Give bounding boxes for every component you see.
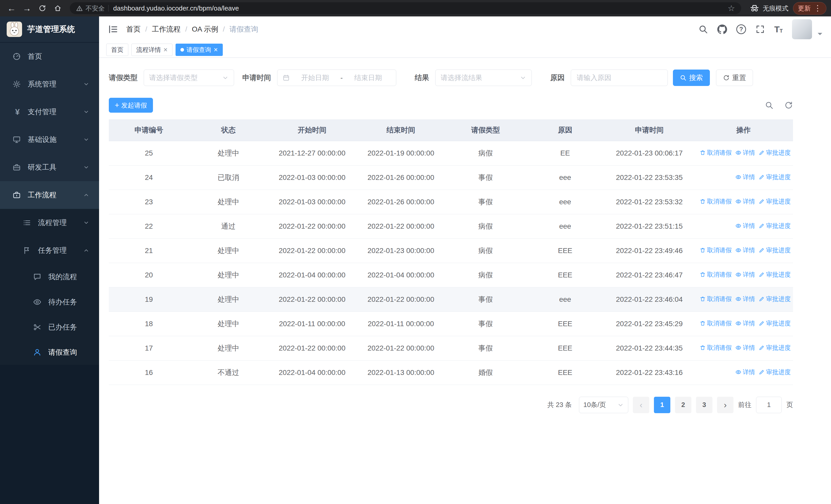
cell-apply-time: 2022-01-22 23:46:47 xyxy=(605,263,694,287)
detail-link[interactable]: 详情 xyxy=(735,173,755,181)
sidebar-item-workflow[interactable]: 工作流程 xyxy=(0,181,99,209)
detail-link[interactable]: 详情 xyxy=(735,149,755,157)
sidebar-item-leave-query[interactable]: 请假查询 xyxy=(0,340,99,365)
avatar-dropdown-caret-icon[interactable] xyxy=(818,33,822,37)
cancel-leave-link[interactable]: 取消请假 xyxy=(699,344,732,352)
avatar[interactable] xyxy=(792,19,812,39)
apply-time-range-picker[interactable]: 开始日期 - 结束日期 xyxy=(277,69,396,86)
op-label: 审批进度 xyxy=(766,344,791,352)
detail-link[interactable]: 详情 xyxy=(735,368,755,376)
cell-operations: 取消请假详情审批进度 xyxy=(694,287,793,312)
page-2-button[interactable]: 2 xyxy=(675,397,691,413)
table-row[interactable]: 21 处理中 2022-01-22 00:00:00 2022-01-23 00… xyxy=(109,238,793,263)
tab-home[interactable]: 首页 xyxy=(106,43,128,56)
page-3-button[interactable]: 3 xyxy=(696,397,712,413)
reset-button[interactable]: 重置 xyxy=(716,69,753,86)
approval-progress-link[interactable]: 审批进度 xyxy=(758,222,791,230)
breadcrumb-oa-example[interactable]: OA 示例 xyxy=(192,24,219,34)
cell-status: 处理中 xyxy=(189,287,268,312)
chevron-down-icon xyxy=(83,109,89,115)
cell-leave-type: 病假 xyxy=(446,238,525,263)
result-select[interactable]: 请选择流结果 xyxy=(435,69,532,86)
tab-process-detail[interactable]: 流程详情 × xyxy=(132,43,172,56)
sidebar-item-home[interactable]: 首页 xyxy=(0,42,99,70)
approval-progress-link[interactable]: 审批进度 xyxy=(758,368,791,376)
approval-progress-link[interactable]: 审批进度 xyxy=(758,246,791,254)
approval-progress-link[interactable]: 审批进度 xyxy=(758,344,791,352)
cancel-leave-link[interactable]: 取消请假 xyxy=(699,197,732,206)
op-label: 详情 xyxy=(743,149,755,157)
leave-type-select[interactable]: 请选择请假类型 xyxy=(144,69,234,86)
search-button[interactable]: 搜索 xyxy=(673,69,710,86)
table-row[interactable]: 16 不通过 2022-01-04 00:00:00 2022-01-13 00… xyxy=(109,360,793,385)
browser-menu-icon[interactable]: ⋮ xyxy=(814,4,822,12)
detail-link[interactable]: 详情 xyxy=(735,319,755,327)
page-size-select[interactable]: 10条/页 xyxy=(579,397,628,413)
cell-end-time: 2022-01-11 00:00:00 xyxy=(356,312,446,336)
browser-update-button[interactable]: 更新 ⋮ xyxy=(793,2,826,14)
sidebar-item-done-tasks[interactable]: 已办任务 xyxy=(0,315,99,340)
breadcrumb-home[interactable]: 首页 xyxy=(126,24,141,34)
breadcrumb-workflow[interactable]: 工作流程 xyxy=(152,24,181,34)
table-row[interactable]: 22 通过 2022-01-22 00:00:00 2022-01-22 00:… xyxy=(109,214,793,238)
help-icon[interactable]: ? xyxy=(736,24,746,34)
sidebar-item-my-process[interactable]: 我的流程 xyxy=(0,264,99,290)
table-row[interactable]: 25 处理中 2021-12-27 00:00:00 2022-01-19 00… xyxy=(109,141,793,165)
table-row[interactable]: 18 处理中 2022-01-11 00:00:00 2022-01-11 00… xyxy=(109,312,793,336)
reason-input[interactable] xyxy=(571,69,668,86)
sidebar-item-todo-tasks[interactable]: 待办任务 xyxy=(0,290,99,315)
browser-home-button[interactable] xyxy=(51,1,65,15)
approval-progress-link[interactable]: 审批进度 xyxy=(758,197,791,206)
sidebar-item-infrastructure[interactable]: 基础设施 xyxy=(0,126,99,153)
detail-link[interactable]: 详情 xyxy=(735,344,755,352)
approval-progress-link[interactable]: 审批进度 xyxy=(758,149,791,157)
detail-link[interactable]: 详情 xyxy=(735,295,755,303)
github-icon[interactable] xyxy=(717,24,727,34)
fullscreen-icon[interactable] xyxy=(755,24,765,34)
table-refresh-icon[interactable] xyxy=(784,101,793,110)
prev-page-button[interactable]: ‹ xyxy=(633,397,649,413)
cancel-leave-link[interactable]: 取消请假 xyxy=(699,295,732,303)
cell-apply-time: 2022-01-22 23:46:04 xyxy=(605,287,694,312)
font-size-icon[interactable]: T T xyxy=(774,25,783,34)
search-icon[interactable] xyxy=(698,24,708,34)
address-bar[interactable]: 不安全 dashboard.yudao.iocoder.cn/bpm/oa/le… xyxy=(70,2,741,14)
sidebar-item-process-management[interactable]: 流程管理 xyxy=(0,209,99,237)
close-icon[interactable]: × xyxy=(214,47,218,53)
cancel-leave-link[interactable]: 取消请假 xyxy=(699,149,732,157)
detail-link[interactable]: 详情 xyxy=(735,222,755,230)
cancel-leave-link[interactable]: 取消请假 xyxy=(699,270,732,279)
app-logo[interactable]: 芋道管理系统 xyxy=(0,17,99,42)
page-1-button[interactable]: 1 xyxy=(654,397,670,413)
next-page-button[interactable]: › xyxy=(717,397,734,413)
table-row[interactable]: 20 处理中 2022-01-04 00:00:00 2022-01-04 00… xyxy=(109,263,793,287)
sidebar-item-devtools[interactable]: 研发工具 xyxy=(0,153,99,181)
approval-progress-link[interactable]: 审批进度 xyxy=(758,295,791,303)
approval-progress-link[interactable]: 审批进度 xyxy=(758,270,791,279)
table-search-toggle-icon[interactable] xyxy=(765,101,774,110)
browser-reload-button[interactable] xyxy=(35,1,49,15)
sidebar-item-task-management[interactable]: 任务管理 xyxy=(0,237,99,264)
close-icon[interactable]: × xyxy=(164,47,168,53)
sidebar-collapse-icon[interactable] xyxy=(108,24,119,35)
yen-icon: ¥ xyxy=(12,107,23,117)
sidebar-item-payment[interactable]: ¥ 支付管理 xyxy=(0,98,99,126)
detail-link[interactable]: 详情 xyxy=(735,197,755,206)
sidebar-item-system[interactable]: 系统管理 xyxy=(0,70,99,98)
approval-progress-link[interactable]: 审批进度 xyxy=(758,173,791,181)
table-row[interactable]: 23 处理中 2022-01-03 00:00:00 2022-01-26 00… xyxy=(109,190,793,214)
cancel-leave-link[interactable]: 取消请假 xyxy=(699,319,732,327)
bookmark-star-icon[interactable]: ☆ xyxy=(727,3,735,13)
detail-link[interactable]: 详情 xyxy=(735,270,755,279)
goto-page-input[interactable] xyxy=(756,397,782,413)
create-leave-button[interactable]: + 发起请假 xyxy=(109,98,153,113)
table-row[interactable]: 19 处理中 2022-01-22 00:00:00 2022-01-22 00… xyxy=(109,287,793,312)
detail-link[interactable]: 详情 xyxy=(735,246,755,254)
cancel-leave-link[interactable]: 取消请假 xyxy=(699,246,732,254)
table-row[interactable]: 17 处理中 2022-01-22 00:00:00 2022-01-22 00… xyxy=(109,336,793,360)
browser-back-button[interactable]: ← xyxy=(5,1,19,15)
approval-progress-link[interactable]: 审批进度 xyxy=(758,319,791,327)
table-row[interactable]: 24 已取消 2022-01-03 00:00:00 2022-01-26 00… xyxy=(109,165,793,190)
tab-leave-query[interactable]: 请假查询 × xyxy=(175,43,223,56)
browser-forward-button[interactable]: → xyxy=(20,1,34,15)
